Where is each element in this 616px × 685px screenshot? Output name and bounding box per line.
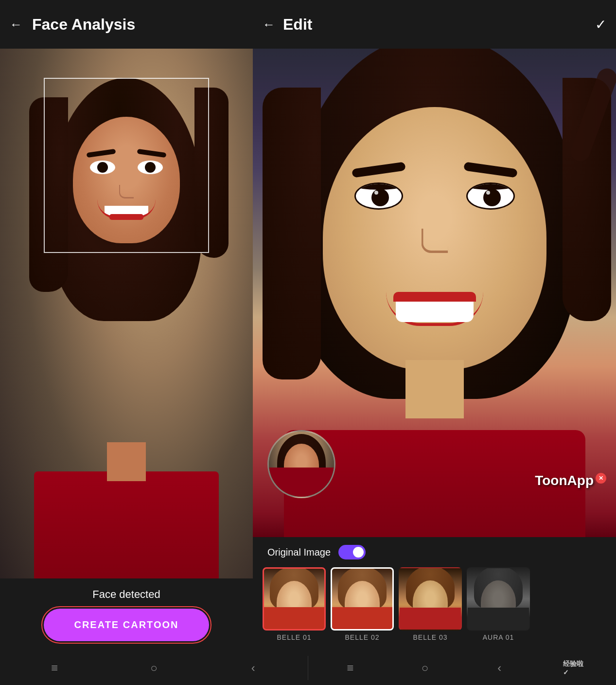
cartoon-right-brow bbox=[463, 162, 517, 178]
style-belle01[interactable]: BELLE 01 bbox=[263, 567, 326, 641]
style-belle02[interactable]: BELLE 02 bbox=[331, 567, 394, 641]
right-nav-back-icon[interactable]: ‹ bbox=[489, 657, 510, 679]
right-header: ← Edit ✓ bbox=[253, 0, 616, 49]
right-panel-title: Edit bbox=[283, 16, 312, 34]
left-bottom-bar: Face detected CREATE CARTOON bbox=[0, 578, 253, 651]
left-back-button[interactable]: ← bbox=[10, 17, 22, 32]
cartoon-hair-left bbox=[263, 88, 321, 379]
neck-shape bbox=[107, 442, 146, 481]
cartoon-nose bbox=[421, 229, 448, 253]
belle02-label: BELLE 02 bbox=[345, 633, 379, 641]
original-image-label: Original Image bbox=[267, 547, 331, 558]
cartoon-face-skin bbox=[323, 107, 546, 370]
left-nav-half: ≡ ○ ‹ bbox=[0, 651, 308, 685]
face-selection-box bbox=[44, 78, 209, 253]
cartoon-right-eye bbox=[466, 182, 515, 210]
style-belle03[interactable]: BELLE 03 bbox=[399, 567, 462, 641]
toggle-knob bbox=[353, 547, 364, 558]
right-back-button[interactable]: ← bbox=[263, 17, 275, 32]
belle03-label: BELLE 03 bbox=[413, 633, 447, 641]
navigation-bar: ≡ ○ ‹ ≡ ○ ‹ 经验啦✓ bbox=[0, 651, 616, 685]
toonapp-close-icon[interactable]: ✕ bbox=[596, 473, 606, 484]
original-image-toggle[interactable] bbox=[338, 545, 366, 559]
belle01-thumbnail[interactable] bbox=[263, 567, 326, 631]
style-aura01[interactable]: AURA 01 bbox=[467, 567, 530, 641]
shirt-shape bbox=[34, 471, 219, 578]
right-image-area: ToonApp ✕ bbox=[253, 49, 616, 537]
aura01-thumbnail[interactable] bbox=[467, 567, 530, 631]
belle03-thumbnail[interactable] bbox=[399, 567, 462, 631]
cartoon-left-brow bbox=[352, 162, 405, 178]
left-nav-back-icon[interactable]: ‹ bbox=[243, 657, 264, 679]
left-header: ← Face Analysis bbox=[0, 0, 253, 49]
original-image-overlay bbox=[267, 430, 335, 498]
right-header-left: ← Edit bbox=[263, 16, 312, 34]
belle01-label: BELLE 01 bbox=[277, 633, 311, 641]
create-cartoon-button[interactable]: CREATE CARTOON bbox=[44, 609, 209, 641]
left-nav-home-icon[interactable]: ○ bbox=[143, 657, 164, 679]
right-nav-home-icon[interactable]: ○ bbox=[414, 657, 436, 679]
left-panel-title: Face Analysis bbox=[32, 16, 135, 34]
confirm-button[interactable]: ✓ bbox=[595, 17, 606, 33]
cartoon-mouth bbox=[386, 292, 483, 326]
face-detected-label: Face detected bbox=[92, 588, 160, 601]
right-panel: ← Edit ✓ bbox=[253, 0, 616, 651]
jy-badge-icon: 经验啦✓ bbox=[563, 657, 584, 679]
toonapp-watermark: ToonApp ✕ bbox=[535, 473, 606, 488]
belle02-thumbnail[interactable] bbox=[331, 567, 394, 631]
right-controls: Original Image BELLE 01 bbox=[253, 537, 616, 651]
left-nav-menu-icon[interactable]: ≡ bbox=[44, 657, 65, 679]
original-image-toggle-row: Original Image bbox=[263, 545, 606, 559]
left-image-area bbox=[0, 49, 253, 578]
cartoon-left-eye bbox=[354, 182, 403, 210]
left-panel: ← Face Analysis bbox=[0, 0, 253, 651]
aura01-label: AURA 01 bbox=[483, 633, 514, 641]
toonapp-label: ToonApp bbox=[535, 473, 594, 488]
cartoon-neck bbox=[405, 360, 464, 418]
right-nav-half: ≡ ○ ‹ 经验啦✓ bbox=[308, 651, 616, 685]
right-nav-menu-icon[interactable]: ≡ bbox=[340, 657, 361, 679]
style-thumbnails-row: BELLE 01 BELLE 02 bbox=[263, 567, 606, 643]
